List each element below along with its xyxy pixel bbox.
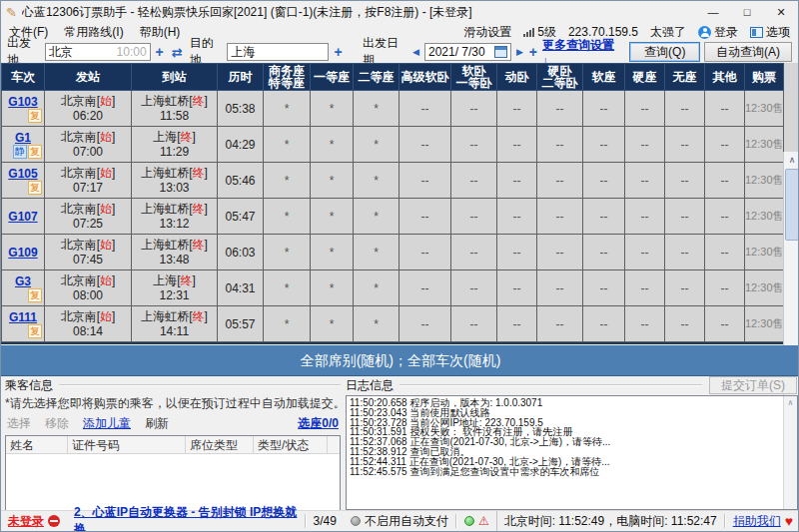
seat-cell: * — [354, 127, 400, 163]
train-number-link[interactable]: G105 — [8, 167, 37, 181]
seat-cell: -- — [665, 91, 705, 127]
buy-time-cell: 12:30售 — [745, 306, 784, 342]
prev-day-button[interactable]: ◀ — [411, 47, 420, 57]
seat-select-link[interactable]: 选座0/0 — [298, 415, 339, 432]
column-header[interactable]: 发站 — [45, 64, 132, 91]
seat-cell: -- — [451, 235, 497, 270]
train-number-link[interactable]: G3 — [15, 274, 31, 288]
column-header[interactable]: 硬卧 二等卧 — [537, 64, 583, 91]
column-header[interactable]: 软座 — [583, 64, 625, 91]
train-row[interactable]: G105复北京南[始]07:17上海虹桥[终]13:0305:46***----… — [2, 163, 784, 199]
train-row[interactable]: G111复北京南[始]08:14上海虹桥[终]14:1105:57***----… — [2, 306, 784, 342]
seat-cell: -- — [451, 306, 497, 342]
depart-time-hint: 10:00 — [117, 45, 147, 59]
calendar-icon[interactable] — [494, 46, 507, 58]
passenger-column-header[interactable]: 证件号码 — [68, 436, 186, 453]
filter-summary-bar: 全部席别(随机)；全部车次(随机) — [1, 345, 799, 376]
login-status-link[interactable]: 未登录 — [8, 513, 44, 530]
column-header[interactable]: 动卧 — [497, 64, 537, 91]
duration-cell: 05:47 — [218, 199, 264, 235]
column-header[interactable]: 购票 — [745, 64, 784, 91]
seat-cell: -- — [665, 306, 705, 342]
minimize-button[interactable]: — — [696, 1, 730, 23]
seat-cell: -- — [537, 199, 583, 235]
seat-cell: -- — [625, 270, 665, 306]
close-button[interactable]: ✕ — [764, 1, 798, 23]
seat-cell: * — [311, 127, 354, 163]
column-header[interactable]: 无座 — [665, 64, 705, 91]
date-input[interactable]: 2021/ 7/30 — [424, 43, 511, 61]
train-number-link[interactable]: G1 — [15, 131, 31, 145]
seat-cell: -- — [625, 127, 665, 163]
seat-cell: -- — [537, 306, 583, 342]
refresh-button[interactable]: 刷新 — [145, 415, 169, 432]
column-header[interactable]: 一等座 — [311, 64, 354, 91]
train-row[interactable]: G103复北京南[始]06:20上海虹桥[终]11:5805:38***----… — [2, 91, 784, 127]
statusbar: 未登录 2、心蓝IP自动更换器 - 告别封锁 IP想换就换 3/49 不启用自动… — [1, 510, 799, 531]
select-passenger-button[interactable]: 选择 — [7, 415, 31, 432]
seat-cell: -- — [665, 270, 705, 306]
connection-status-icon — [464, 516, 474, 526]
add-dest-icon[interactable]: + — [333, 45, 343, 59]
add-child-link[interactable]: 添加儿童 — [83, 415, 131, 432]
seat-cell: * — [264, 270, 311, 306]
column-header[interactable]: 车次 — [2, 64, 45, 91]
slide-setting-label: 滑动设置 — [463, 24, 511, 41]
next-day-button[interactable]: ▶ — [515, 47, 524, 57]
column-header[interactable]: 历时 — [218, 64, 264, 91]
slide-setting-button[interactable]: 滑动设置 — [463, 24, 511, 41]
train-row[interactable]: G1静复北京南[始]07:00上海[终]11:2904:29***-------… — [2, 127, 784, 163]
train-number-link[interactable]: G109 — [8, 246, 37, 260]
depart-input[interactable]: 北京 10:00 — [45, 43, 151, 61]
clock-label: 北京时间: 11:52:49，电脑时间: 11:52:47 — [504, 513, 717, 530]
column-header[interactable]: 到站 — [132, 64, 218, 91]
dest-input[interactable]: 上海 — [227, 43, 329, 61]
auto-query-button[interactable]: 自动查询(A) — [704, 42, 792, 62]
query-button[interactable]: 查询(Q) — [629, 42, 700, 62]
seat-cell: -- — [497, 235, 537, 270]
app-icon: ✎ — [6, 5, 17, 20]
scrollbar-thumb[interactable] — [785, 169, 799, 241]
column-header[interactable]: 商务座 特等座 — [264, 64, 311, 91]
train-row[interactable]: G109北京南[始]07:45上海虹桥[终]13:4806:03***-----… — [2, 235, 784, 270]
submit-order-button[interactable]: 提交订单(S) — [709, 376, 797, 394]
column-header[interactable]: 二等座 — [354, 64, 400, 91]
login-button[interactable]: 登录 — [698, 24, 738, 41]
column-header[interactable]: 高级软卧 — [400, 64, 451, 91]
column-header[interactable]: 硬座 — [625, 64, 665, 91]
maximize-button[interactable]: □ — [730, 1, 764, 23]
menu-item[interactable]: 帮助(H) — [140, 25, 181, 39]
train-row[interactable]: G107北京南[始]07:25上海虹桥[终]13:1205:47***-----… — [2, 199, 784, 235]
train-number-link[interactable]: G103 — [8, 95, 37, 109]
options-button[interactable]: 选项 — [750, 24, 790, 41]
remove-passenger-button[interactable]: 移除 — [45, 415, 69, 432]
train-number-link[interactable]: G107 — [8, 210, 37, 224]
passenger-column-header[interactable]: 姓名 — [6, 436, 68, 453]
column-header[interactable]: 软卧 一等卧 — [451, 64, 497, 91]
passenger-column-header[interactable]: 席位类型 — [186, 436, 254, 453]
duration-cell: 05:46 — [218, 163, 264, 199]
passenger-column-header[interactable]: 类型/状态 — [254, 436, 328, 453]
log-line: 11:52:45.575 查询到满足您查询设置中需求的车次和席位 — [350, 467, 781, 477]
menu-item[interactable]: 常用路线(I) — [64, 25, 123, 39]
donate-link[interactable]: 捐助我们 — [733, 513, 781, 530]
ip-changer-ad-link[interactable]: 2、心蓝IP自动更换器 - 告别封锁 IP想换就换 — [74, 504, 298, 532]
arrive-station-cell: 上海虹桥[终]14:11 — [132, 306, 218, 342]
swap-stations-icon[interactable]: ⇄ — [169, 45, 186, 60]
seat-cell: -- — [625, 163, 665, 199]
seat-cell: * — [354, 270, 400, 306]
add-date-icon[interactable]: + — [528, 45, 538, 59]
seat-cell: -- — [400, 91, 451, 127]
train-number-link[interactable]: G111 — [9, 310, 37, 324]
seat-cell: * — [354, 91, 400, 127]
log-lines: 11:50:20.658 程序启动，版本为: 1.0.0.307111:50:2… — [350, 398, 781, 509]
scroll-up-icon[interactable]: ∧ — [784, 152, 799, 169]
divider — [59, 384, 341, 386]
log-scroll-up-icon[interactable]: ∧ — [784, 396, 797, 409]
add-depart-icon[interactable]: + — [155, 45, 165, 59]
train-row[interactable]: G3复北京南[始]08:00上海[终]12:3104:31***--------… — [2, 270, 784, 306]
depart-station-cell: 北京南[始]06:20 — [45, 91, 132, 127]
log-scrollbar[interactable]: ∧ ∨ — [783, 396, 797, 509]
column-header[interactable]: 其他 — [705, 64, 745, 91]
log-panel-title: 日志信息 — [346, 377, 394, 394]
